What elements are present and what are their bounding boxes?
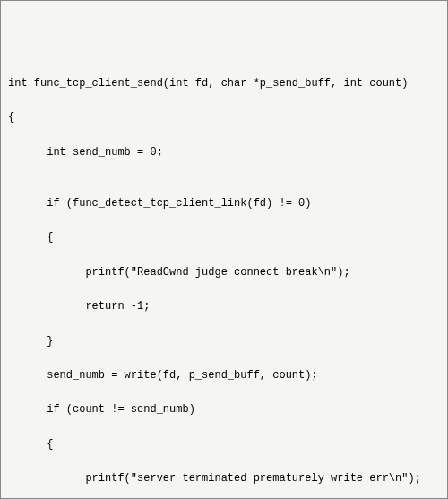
code-line-1: int func_tcp_client_send(int fd, char *p… <box>8 75 440 92</box>
code-line-9: } <box>8 333 440 350</box>
code-line-7: printf("ReadCwnd judge connect break\n")… <box>8 264 440 281</box>
code-line-12: { <box>8 436 440 453</box>
code-line-10: send_numb = write(fd, p_send_buff, count… <box>8 367 440 384</box>
code-line-8: return -1; <box>8 298 440 315</box>
code-line-2: { <box>8 109 440 126</box>
code-line-11: if (count != send_numb) <box>8 401 440 418</box>
code-line-13: printf("server terminated prematurely wr… <box>8 470 440 487</box>
code-line-5: if (func_detect_tcp_client_link(fd) != 0… <box>8 195 440 212</box>
code-line-3: int send_numb = 0; <box>8 144 440 161</box>
code-line-6: { <box>8 229 440 246</box>
